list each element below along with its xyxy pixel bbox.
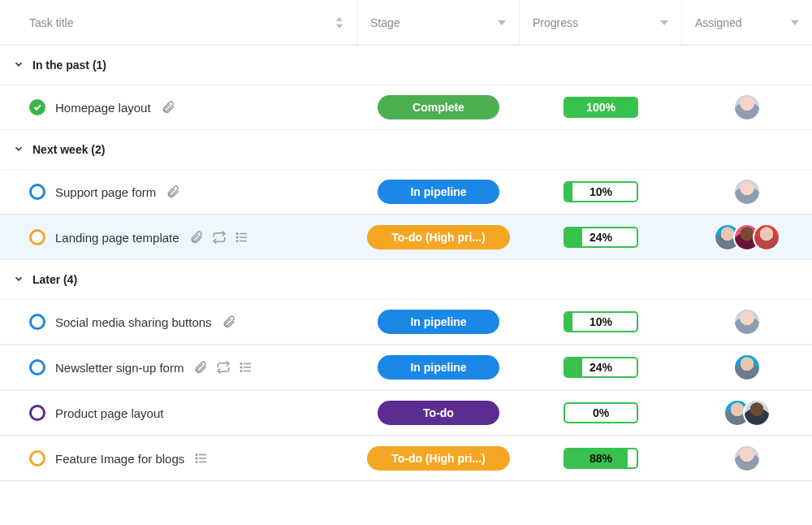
task-row[interactable]: Feature Image for blogsTo-do (High pri..… bbox=[0, 436, 812, 481]
stage-cell[interactable]: In pipeline bbox=[357, 345, 520, 389]
task-row[interactable]: Homepage layoutComplete100% bbox=[0, 85, 812, 130]
progress-bar[interactable]: 10% bbox=[564, 311, 638, 332]
progress-bar[interactable]: 0% bbox=[564, 402, 638, 423]
stage-pill[interactable]: To-do bbox=[378, 401, 499, 425]
check-circle-icon[interactable] bbox=[29, 99, 45, 115]
chevron-down-icon[interactable] bbox=[498, 20, 506, 25]
progress-bar[interactable]: 10% bbox=[564, 181, 638, 202]
task-meta-icons bbox=[189, 230, 249, 245]
progress-label: 0% bbox=[565, 404, 637, 422]
task-name[interactable]: Landing page template bbox=[55, 231, 179, 245]
progress-cell[interactable]: 100% bbox=[520, 85, 682, 129]
task-name[interactable]: Product page layout bbox=[55, 406, 163, 420]
task-row[interactable]: Product page layoutTo-do0% bbox=[0, 390, 812, 436]
task-row[interactable]: Newsletter sign-up formIn pipeline24% bbox=[0, 345, 812, 390]
assigned-cell[interactable] bbox=[682, 345, 812, 389]
task-title-cell[interactable]: Homepage layout bbox=[0, 85, 357, 129]
column-progress-label: Progress bbox=[533, 16, 578, 29]
list-icon bbox=[194, 451, 209, 466]
stage-pill[interactable]: In pipeline bbox=[378, 355, 499, 380]
avatar-stack[interactable] bbox=[723, 399, 771, 427]
column-header-progress[interactable]: Progress bbox=[520, 0, 682, 45]
assigned-cell[interactable] bbox=[682, 215, 812, 259]
avatar[interactable] bbox=[733, 178, 761, 206]
group-header[interactable]: In the past (1) bbox=[0, 46, 812, 85]
avatar-stack[interactable] bbox=[733, 308, 761, 336]
progress-cell[interactable]: 10% bbox=[520, 170, 682, 214]
status-circle-icon[interactable] bbox=[29, 314, 45, 330]
column-header-title[interactable]: Task title bbox=[0, 0, 357, 45]
column-header-stage[interactable]: Stage bbox=[357, 0, 520, 45]
stage-cell[interactable]: To-do bbox=[357, 391, 520, 435]
sort-icon[interactable] bbox=[335, 17, 343, 28]
stage-pill[interactable]: In pipeline bbox=[378, 180, 499, 204]
stage-pill[interactable]: Complete bbox=[378, 95, 499, 119]
task-name[interactable]: Feature Image for blogs bbox=[55, 452, 184, 466]
stage-cell[interactable]: In pipeline bbox=[357, 300, 520, 344]
column-assigned-label: Assigned bbox=[695, 16, 742, 29]
avatar-stack[interactable] bbox=[733, 354, 761, 381]
task-row[interactable]: Social media sharing buttonsIn pipeline1… bbox=[0, 299, 812, 345]
group-header[interactable]: Later (4) bbox=[0, 260, 812, 299]
task-title-cell[interactable]: Feature Image for blogs bbox=[0, 436, 357, 480]
task-name[interactable]: Homepage layout bbox=[55, 101, 151, 115]
task-name[interactable]: Support page form bbox=[55, 185, 156, 199]
task-title-cell[interactable]: Support page form bbox=[0, 170, 357, 214]
stage-cell[interactable]: Complete bbox=[357, 85, 520, 129]
progress-bar[interactable]: 24% bbox=[564, 357, 638, 378]
status-circle-icon[interactable] bbox=[29, 405, 45, 421]
svg-point-14 bbox=[196, 458, 198, 460]
stage-cell[interactable]: To-do (High pri...) bbox=[357, 215, 520, 259]
chevron-down-icon[interactable] bbox=[660, 20, 668, 25]
stage-pill[interactable]: To-do (High pri...) bbox=[367, 225, 510, 249]
avatar-stack[interactable] bbox=[733, 445, 761, 472]
task-title-cell[interactable]: Social media sharing buttons bbox=[0, 300, 357, 344]
task-title-cell[interactable]: Newsletter sign-up form bbox=[0, 345, 357, 389]
stage-pill[interactable]: To-do (High pri...) bbox=[367, 446, 510, 471]
progress-bar[interactable]: 100% bbox=[564, 97, 638, 118]
assigned-cell[interactable] bbox=[682, 391, 812, 435]
progress-cell[interactable]: 24% bbox=[520, 345, 682, 389]
task-name[interactable]: Newsletter sign-up form bbox=[55, 361, 184, 375]
group-header[interactable]: Next week (2) bbox=[0, 130, 812, 169]
avatar-stack[interactable] bbox=[733, 93, 761, 121]
avatar-stack[interactable] bbox=[733, 178, 761, 206]
stage-pill[interactable]: In pipeline bbox=[378, 310, 499, 334]
avatar[interactable] bbox=[733, 445, 761, 472]
stage-cell[interactable]: To-do (High pri...) bbox=[357, 436, 520, 480]
assigned-cell[interactable] bbox=[682, 300, 812, 344]
status-circle-icon[interactable] bbox=[29, 450, 45, 466]
task-name[interactable]: Social media sharing buttons bbox=[55, 315, 212, 329]
progress-cell[interactable]: 10% bbox=[520, 300, 682, 344]
avatar[interactable] bbox=[753, 223, 780, 251]
progress-label: 10% bbox=[565, 313, 637, 331]
progress-bar[interactable]: 24% bbox=[564, 227, 638, 248]
status-circle-icon[interactable] bbox=[29, 359, 45, 375]
stage-cell[interactable]: In pipeline bbox=[357, 170, 520, 214]
chevron-down-icon bbox=[13, 273, 24, 287]
chevron-down-icon[interactable] bbox=[791, 20, 799, 25]
avatar-stack[interactable] bbox=[714, 223, 780, 251]
task-title-cell[interactable]: Product page layout bbox=[0, 391, 357, 435]
progress-label: 10% bbox=[565, 183, 637, 201]
avatar[interactable] bbox=[733, 308, 761, 336]
progress-bar[interactable]: 88% bbox=[564, 448, 638, 469]
progress-cell[interactable]: 88% bbox=[520, 436, 682, 480]
task-row[interactable]: Landing page templateTo-do (High pri...)… bbox=[0, 215, 812, 260]
assigned-cell[interactable] bbox=[682, 170, 812, 214]
avatar[interactable] bbox=[733, 93, 761, 121]
svg-rect-5 bbox=[240, 241, 247, 242]
column-header-assigned[interactable]: Assigned bbox=[682, 0, 812, 45]
assigned-cell[interactable] bbox=[682, 85, 812, 129]
avatar[interactable] bbox=[743, 399, 771, 427]
avatar[interactable] bbox=[733, 354, 761, 381]
task-title-cell[interactable]: Landing page template bbox=[0, 215, 357, 259]
status-circle-icon[interactable] bbox=[29, 184, 45, 200]
assigned-cell[interactable] bbox=[682, 436, 812, 480]
svg-rect-13 bbox=[199, 454, 206, 456]
status-circle-icon[interactable] bbox=[29, 229, 45, 245]
progress-cell[interactable]: 24% bbox=[520, 215, 682, 259]
svg-rect-17 bbox=[199, 462, 206, 463]
progress-cell[interactable]: 0% bbox=[520, 391, 682, 435]
task-row[interactable]: Support page formIn pipeline10% bbox=[0, 169, 812, 215]
